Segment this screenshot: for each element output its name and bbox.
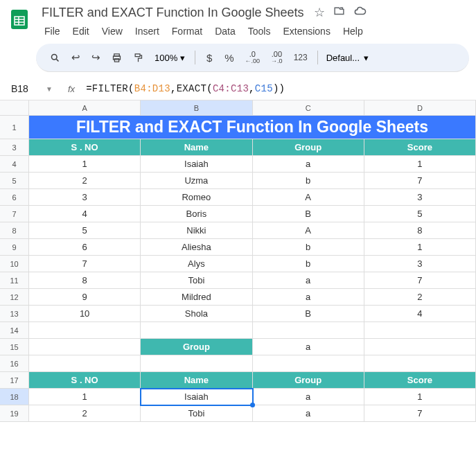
row-header[interactable]: 10 bbox=[0, 256, 29, 272]
row-header[interactable]: 12 bbox=[0, 289, 29, 306]
cell[interactable]: 2 bbox=[29, 405, 141, 422]
cell[interactable]: Romeo bbox=[141, 189, 252, 206]
row-header[interactable]: 11 bbox=[0, 272, 29, 289]
cell[interactable]: Shola bbox=[141, 306, 252, 322]
cell[interactable]: 3 bbox=[364, 256, 476, 272]
cell[interactable]: 7 bbox=[29, 256, 141, 272]
filter-label[interactable]: Group bbox=[141, 339, 252, 355]
cell[interactable]: B bbox=[253, 206, 364, 222]
cell[interactable]: 1 bbox=[364, 239, 476, 256]
increase-decimal-button[interactable]: .00→.0 bbox=[267, 48, 287, 67]
row-header[interactable]: 9 bbox=[0, 239, 29, 256]
cell[interactable]: 5 bbox=[29, 222, 141, 239]
header-score[interactable]: Score bbox=[364, 139, 476, 156]
cell[interactable]: a bbox=[253, 156, 364, 173]
cell[interactable]: 4 bbox=[364, 306, 476, 322]
cell[interactable]: Aliesha bbox=[141, 239, 252, 256]
cell[interactable] bbox=[141, 355, 252, 372]
cell[interactable]: 1 bbox=[364, 156, 476, 173]
cell[interactable]: Tobi bbox=[141, 405, 252, 422]
cell[interactable]: b bbox=[253, 239, 364, 256]
row-header[interactable]: 16 bbox=[0, 355, 29, 372]
cell[interactable]: 6 bbox=[29, 239, 141, 256]
doc-title[interactable]: FILTER and EXACT Function In Google Shee… bbox=[39, 4, 307, 21]
cell[interactable]: 1 bbox=[364, 389, 476, 405]
currency-button[interactable]: $ bbox=[201, 48, 218, 67]
cell[interactable]: 7 bbox=[364, 173, 476, 189]
cell[interactable]: Uzma bbox=[141, 173, 252, 189]
cell[interactable]: Nikki bbox=[141, 222, 252, 239]
cell[interactable] bbox=[364, 339, 476, 355]
cell[interactable]: a bbox=[253, 389, 364, 405]
filter-value[interactable]: a bbox=[253, 339, 364, 355]
cell[interactable]: Boris bbox=[141, 206, 252, 222]
cloud-icon[interactable] bbox=[353, 5, 367, 21]
undo-icon[interactable]: ↩ bbox=[67, 48, 85, 67]
result-header-group[interactable]: Group bbox=[253, 372, 364, 389]
cell[interactable]: Tobi bbox=[141, 272, 252, 289]
cell[interactable]: 1 bbox=[29, 156, 141, 173]
menu-edit[interactable]: Edit bbox=[67, 23, 95, 39]
row-header[interactable]: 7 bbox=[0, 206, 29, 222]
cell[interactable]: Isaiah bbox=[141, 156, 252, 173]
percent-button[interactable]: % bbox=[220, 48, 238, 67]
cell[interactable] bbox=[29, 322, 141, 339]
row-header[interactable]: 6 bbox=[0, 189, 29, 206]
move-icon[interactable] bbox=[333, 5, 345, 21]
cell[interactable]: 10 bbox=[29, 306, 141, 322]
cell[interactable] bbox=[29, 339, 141, 355]
row-header[interactable]: 14 bbox=[0, 322, 29, 339]
cell[interactable] bbox=[141, 322, 252, 339]
row-header[interactable]: 15 bbox=[0, 339, 29, 355]
cell[interactable]: 5 bbox=[364, 206, 476, 222]
result-header-sno[interactable]: S . NO bbox=[29, 372, 141, 389]
row-header[interactable]: 4 bbox=[0, 156, 29, 173]
cell[interactable]: B bbox=[253, 306, 364, 322]
row-header[interactable]: 1 bbox=[0, 116, 29, 139]
cell[interactable]: 4 bbox=[29, 206, 141, 222]
cell[interactable]: Mildred bbox=[141, 289, 252, 306]
banner-cell[interactable]: FILTER and EXACT Function In Google Shee… bbox=[29, 116, 476, 139]
menu-data[interactable]: Data bbox=[209, 23, 241, 39]
decrease-decimal-button[interactable]: .0←.00 bbox=[241, 48, 265, 67]
redo-icon[interactable]: ↪ bbox=[87, 48, 105, 67]
row-header[interactable]: 13 bbox=[0, 306, 29, 322]
cell[interactable]: A bbox=[253, 189, 364, 206]
font-dropdown[interactable]: Defaul... ▾ bbox=[324, 51, 371, 64]
cell[interactable]: b bbox=[253, 256, 364, 272]
menu-insert[interactable]: Insert bbox=[130, 23, 165, 39]
row-header[interactable]: 5 bbox=[0, 173, 29, 189]
row-header[interactable]: 19 bbox=[0, 405, 29, 422]
cell[interactable]: 3 bbox=[364, 189, 476, 206]
cell[interactable]: 7 bbox=[364, 272, 476, 289]
row-header[interactable]: 3 bbox=[0, 139, 29, 156]
cell[interactable]: 7 bbox=[364, 405, 476, 422]
cell[interactable] bbox=[364, 322, 476, 339]
name-box[interactable]: B18▼ bbox=[7, 82, 57, 96]
menu-file[interactable]: File bbox=[39, 23, 66, 39]
header-sno[interactable]: S . NO bbox=[29, 139, 141, 156]
selection-handle[interactable] bbox=[250, 403, 255, 407]
print-icon[interactable] bbox=[107, 48, 126, 67]
formula-bar[interactable]: =FILTER(B4:D13,EXACT(C4:C13,C15)) bbox=[86, 83, 285, 94]
cell[interactable]: 8 bbox=[29, 272, 141, 289]
cell[interactable]: Alys bbox=[141, 256, 252, 272]
col-header-d[interactable]: D bbox=[364, 100, 476, 116]
cell[interactable]: a bbox=[253, 289, 364, 306]
cell[interactable]: 3 bbox=[29, 189, 141, 206]
number-format-button[interactable]: 123 bbox=[290, 48, 312, 67]
cell[interactable] bbox=[253, 322, 364, 339]
cell[interactable]: 9 bbox=[29, 289, 141, 306]
col-header-a[interactable]: A bbox=[29, 100, 141, 116]
cell[interactable]: 8 bbox=[364, 222, 476, 239]
header-group[interactable]: Group bbox=[253, 139, 364, 156]
result-header-score[interactable]: Score bbox=[364, 372, 476, 389]
paint-format-icon[interactable] bbox=[129, 48, 148, 67]
col-header-b[interactable]: B bbox=[141, 100, 252, 116]
menu-view[interactable]: View bbox=[96, 23, 128, 39]
menu-tools[interactable]: Tools bbox=[243, 23, 276, 39]
menu-format[interactable]: Format bbox=[166, 23, 208, 39]
cell[interactable]: b bbox=[253, 173, 364, 189]
cell[interactable]: 1 bbox=[29, 389, 141, 405]
cell[interactable]: A bbox=[253, 222, 364, 239]
